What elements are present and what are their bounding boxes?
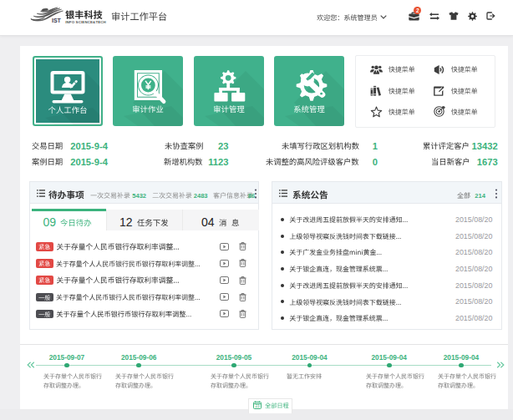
svg-text:23: 23 [255,405,260,409]
